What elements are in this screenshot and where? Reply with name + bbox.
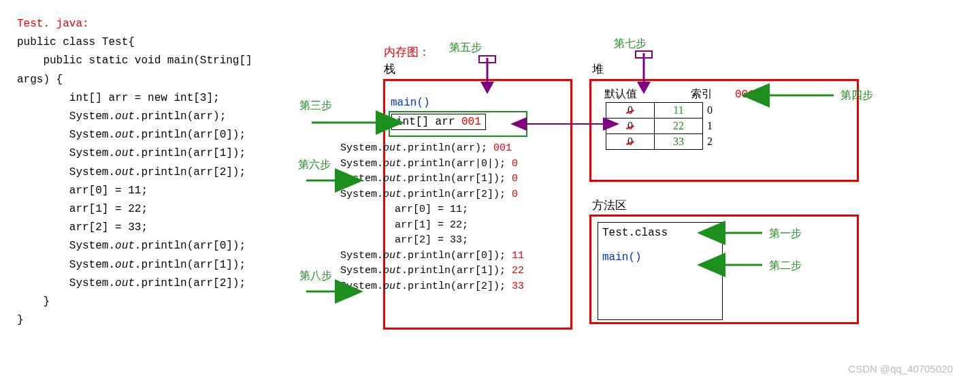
stack-lines: System.out.println(arr); 001 System.out.…: [340, 141, 524, 294]
stack-title: 栈: [384, 61, 395, 77]
method-area-title: 方法区: [592, 197, 627, 213]
heap-title: 堆: [592, 61, 604, 77]
step6-label: 第六步: [298, 158, 331, 172]
method-main: main(): [602, 251, 718, 264]
memory-diagram-title: 内存图：: [384, 44, 430, 60]
method-classfile: Test.class: [602, 227, 718, 239]
stack-main-label: main(): [391, 97, 430, 109]
heap-index-label: 索引: [691, 87, 713, 101]
step3-label: 第三步: [299, 99, 332, 113]
watermark: CSDN @qq_40705020: [848, 363, 953, 375]
step5-label: 第五步: [449, 41, 482, 55]
heap-default-label: 默认值: [604, 87, 637, 101]
step1-label: 第一步: [769, 227, 802, 241]
step7-label: 第七步: [614, 37, 647, 51]
step2-label: 第二步: [769, 259, 802, 273]
heap-table: 0 11 0 0 22 1 0 33 2: [606, 102, 714, 150]
stack-arr-box: int[] arr 001: [389, 111, 527, 137]
source-code: Test. java: public class Test{ public st…: [17, 15, 252, 330]
step8-label: 第八步: [299, 269, 332, 283]
method-area-inner: Test.class main(): [598, 222, 723, 320]
filename: Test. java:: [17, 18, 89, 30]
stack-addr-val: 001: [461, 116, 481, 128]
heap-addr: 001: [735, 89, 755, 101]
step4-label: 第四步: [840, 89, 873, 103]
svg-rect-7: [479, 56, 495, 63]
svg-rect-9: [636, 51, 652, 58]
